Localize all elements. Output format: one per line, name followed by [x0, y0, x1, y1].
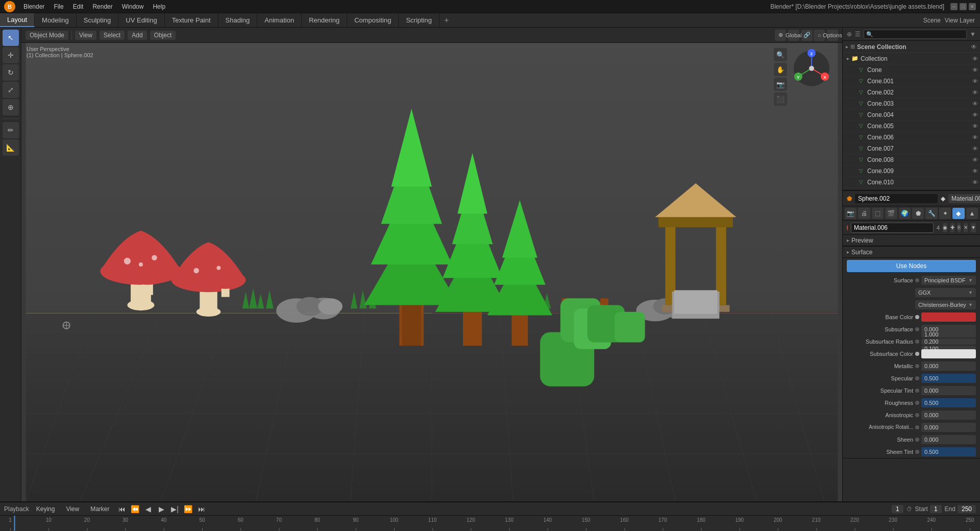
modifier-props-icon[interactable]: 🔧 — [925, 208, 937, 219]
snap-button[interactable]: 🔗 — [801, 30, 813, 41]
cone009-eye-icon[interactable]: 👁 — [972, 168, 978, 174]
zoom-in-icon[interactable]: 🔍 — [774, 48, 787, 61]
sheen-field[interactable]: 0.000 — [921, 435, 976, 444]
material-delete-icon[interactable]: ✕ — [964, 223, 968, 232]
cone003-eye-icon[interactable]: 👁 — [972, 101, 978, 107]
camera-icon[interactable]: 📷 — [774, 78, 787, 91]
particles-props-icon[interactable]: ✦ — [939, 208, 951, 219]
collection-eye-icon[interactable]: 👁 — [972, 56, 978, 62]
cone004-eye-icon[interactable]: 👁 — [972, 112, 978, 118]
start-frame[interactable]: 1 — [930, 505, 942, 513]
menu-help[interactable]: Help — [149, 2, 169, 11]
scale-tool[interactable]: ⤢ — [3, 82, 19, 98]
view-layer-selector[interactable]: View Layer — [945, 17, 975, 24]
base-color-field[interactable] — [921, 312, 976, 322]
tab-uv-editing[interactable]: UV Editing — [118, 13, 164, 27]
outliner-item-cone009[interactable]: ▽ Cone.009 👁 — [843, 165, 980, 177]
global-transform[interactable]: ⊕ — [775, 30, 786, 41]
material-new-icon[interactable]: ✚ — [950, 223, 954, 232]
options-button[interactable]: Options — [827, 30, 838, 41]
close-button[interactable]: ✕ — [969, 3, 976, 10]
material-browse-icon[interactable]: ◉ — [943, 223, 947, 232]
scene-props-icon[interactable]: 🎬 — [885, 208, 897, 219]
cone010-eye-icon[interactable]: 👁 — [972, 179, 978, 185]
tab-sculpting[interactable]: Sculpting — [77, 13, 118, 27]
outliner-item-cone002[interactable]: ▽ Cone.002 👁 — [843, 87, 980, 98]
add-workspace-button[interactable]: + — [439, 13, 454, 27]
anisotropic-rotation-field[interactable]: 0.000 — [921, 423, 976, 432]
outliner-item-cone007[interactable]: ▽ Cone.007 👁 — [843, 143, 980, 154]
metallic-field[interactable]: 0.000 — [921, 361, 976, 371]
maximize-button[interactable]: □ — [960, 3, 967, 10]
tab-scripting[interactable]: Scripting — [399, 13, 439, 27]
material-name-display[interactable]: Material.006 — [948, 194, 980, 203]
preview-header[interactable]: ▸ Preview — [843, 235, 980, 246]
outliner-item-cone005[interactable]: ▽ Cone.005 👁 — [843, 120, 980, 132]
annotate-tool[interactable]: ✏ — [3, 122, 19, 138]
tab-texture-paint[interactable]: Texture Paint — [165, 13, 218, 27]
object-props-icon[interactable]: ⬟ — [912, 208, 924, 219]
tab-compositing[interactable]: Compositing — [347, 13, 399, 27]
hand-icon[interactable]: ✋ — [774, 63, 787, 76]
global-dropdown[interactable]: Global — [788, 30, 799, 41]
outliner-item-cone006[interactable]: ▽ Cone.006 👁 — [843, 132, 980, 143]
material-settings-icon[interactable]: ▼ — [971, 223, 976, 232]
tab-shading[interactable]: Shading — [218, 13, 258, 27]
view-menu[interactable]: View — [75, 31, 96, 40]
data-props-icon[interactable]: ▲ — [966, 208, 978, 219]
menu-file[interactable]: File — [50, 2, 67, 11]
outliner-search-input[interactable] — [864, 30, 967, 39]
cone002-eye-icon[interactable]: 👁 — [972, 89, 978, 95]
select-menu[interactable]: Select — [100, 31, 125, 40]
jump-start-button[interactable]: ⏮ — [117, 504, 127, 514]
menu-render[interactable]: Render — [88, 2, 116, 11]
cone-eye-icon[interactable]: 👁 — [972, 67, 978, 73]
tab-rendering[interactable]: Rendering — [302, 13, 347, 27]
play-button[interactable]: ▶ — [157, 504, 167, 514]
tab-layout[interactable]: Layout — [0, 13, 35, 27]
cone001-eye-icon[interactable]: 👁 — [972, 78, 978, 84]
timeline-marker[interactable]: Marker — [86, 504, 113, 514]
menu-edit[interactable]: Edit — [69, 2, 88, 11]
world-props-icon[interactable]: 🌍 — [899, 208, 911, 219]
measure-tool[interactable]: 📐 — [3, 139, 19, 156]
outliner-item-cone004[interactable]: ▽ Cone.004 👁 — [843, 109, 980, 120]
material-props-icon[interactable]: ◆ — [952, 208, 964, 219]
view-layer-props-icon[interactable]: ⬚ — [872, 208, 884, 219]
menu-blender[interactable]: Blender — [19, 2, 48, 11]
tab-modeling[interactable]: Modeling — [35, 13, 77, 27]
outliner-item-cone[interactable]: ▽ Cone 👁 — [843, 64, 980, 76]
filter-icon[interactable]: ▼ — [970, 31, 976, 38]
output-props-icon[interactable]: 🖨 — [858, 208, 870, 219]
timeline-view[interactable]: View — [62, 504, 83, 514]
outliner-item-cone001[interactable]: ▽ Cone.001 👁 — [843, 76, 980, 87]
viewport[interactable]: Object Mode View Select Add Object ⊕ Glo… — [21, 28, 842, 501]
subsurface-color-field[interactable] — [921, 349, 976, 358]
scene-selector[interactable]: Scene — [923, 17, 941, 24]
minimize-button[interactable]: ─ — [950, 3, 958, 10]
surface-header[interactable]: ▸ Surface — [843, 247, 980, 258]
cursor-tool[interactable]: ↖ — [3, 30, 19, 46]
timeline-ruler[interactable] — [0, 516, 980, 531]
cone005-eye-icon[interactable]: 👁 — [972, 123, 978, 129]
menu-window[interactable]: Window — [118, 2, 148, 11]
prev-keyframe-button[interactable]: ⏪ — [130, 504, 140, 514]
use-nodes-button[interactable]: Use Nodes — [847, 260, 976, 272]
anisotropic-field[interactable]: 0.000 — [921, 411, 976, 420]
timeline-playback-label[interactable]: Playback — [4, 505, 29, 513]
cone007-eye-icon[interactable]: 👁 — [972, 146, 978, 152]
surface-type-dropdown[interactable]: Principled BSDF ▼ — [921, 276, 976, 285]
current-frame-indicator[interactable]: 1 — [892, 505, 903, 513]
outliner-item-cone003[interactable]: ▽ Cone.003 👁 — [843, 98, 980, 109]
jump-next-button[interactable]: ▶| — [170, 504, 180, 514]
jump-prev-button[interactable]: ◀ — [143, 504, 154, 514]
specular-tint-field[interactable]: 0.000 — [921, 386, 976, 395]
subsurface-method-dropdown[interactable]: Christensen-Burley ▼ — [915, 300, 976, 309]
object-menu[interactable]: Object — [150, 31, 176, 40]
rotate-tool[interactable]: ↻ — [3, 64, 19, 81]
material-name-input[interactable] — [851, 223, 934, 233]
add-menu[interactable]: Add — [128, 31, 146, 40]
sheen-tint-field[interactable]: 0.500 — [921, 447, 976, 456]
cone006-eye-icon[interactable]: 👁 — [972, 134, 978, 140]
tab-animation[interactable]: Animation — [257, 13, 302, 27]
